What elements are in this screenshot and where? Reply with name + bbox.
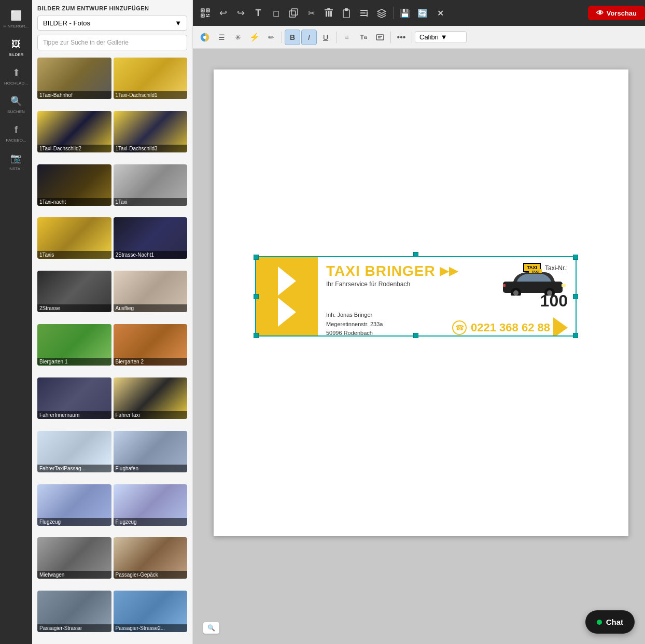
thumb-label: Flugzeug: [114, 518, 188, 526]
effects-button[interactable]: ✳: [230, 30, 246, 45]
font-chevron-icon: ▼: [441, 33, 447, 41]
zoom-control[interactable]: 🔍: [203, 622, 219, 634]
background-icon: ⬜: [9, 8, 23, 23]
toolbar-divider: [393, 7, 394, 19]
category-dropdown[interactable]: BILDER - Fotos ▼: [37, 16, 187, 31]
shapes-button[interactable]: ◻: [268, 5, 284, 21]
thumbnail-taxi-dachschild1[interactable]: 1Taxi-Dachschild1: [114, 58, 188, 99]
italic-button[interactable]: I: [301, 30, 317, 45]
search-icon: 🔍: [9, 94, 23, 108]
pen-button[interactable]: ✏: [263, 30, 279, 45]
thumbnail-taxi-dachschild2[interactable]: 1Taxi-Dachschild2: [37, 111, 111, 152]
svg-rect-21: [360, 15, 367, 16]
qr-button[interactable]: [197, 5, 214, 21]
sidebar-item-label: HOCHLAD...: [4, 81, 28, 86]
lightning-button[interactable]: ⚡: [247, 30, 262, 45]
text-align-button[interactable]: ☰: [214, 30, 229, 45]
layers-button[interactable]: [373, 5, 390, 21]
instagram-icon: 📷: [9, 151, 23, 165]
svg-point-31: [513, 290, 518, 296]
thumbnail-flughafen[interactable]: Flughafen: [114, 431, 188, 472]
svg-rect-35: [503, 284, 506, 287]
banner-title-area: TAXI BRINGER ▶▶ Ihr Fahrservice für Rode…: [326, 263, 458, 288]
banner: TAXI BRINGER ▶▶ Ihr Fahrservice für Rode…: [255, 256, 577, 337]
thumbnail-biergarten2[interactable]: Biergarten 2: [114, 324, 188, 366]
images-icon: 🖼: [9, 37, 23, 51]
thumbnail-taxi-nacht[interactable]: 1Taxi-nacht: [37, 164, 111, 206]
thumbnail-fahrertaxipassag[interactable]: FahrerTaxiPassag...: [37, 431, 111, 472]
align-button[interactable]: [356, 5, 372, 21]
sidebar-item-bilder[interactable]: 🖼 BILDER: [2, 33, 31, 60]
phone-container: ☎ 0221 368 62 88: [452, 317, 568, 337]
thumbnail-flugzeug1[interactable]: Flugzeug: [37, 484, 111, 526]
svg-rect-9: [208, 16, 209, 17]
close-button[interactable]: ✕: [432, 5, 448, 21]
chevron-2: [278, 298, 296, 327]
sidebar-item-instagram[interactable]: 📷 INSTA...: [2, 147, 31, 174]
delete-button[interactable]: [320, 5, 337, 21]
paragraph-align-button[interactable]: ≡: [339, 30, 355, 45]
sidebar-item-hochladen[interactable]: ⬆ HOCHLAD...: [2, 61, 31, 89]
cut-button[interactable]: ✂: [303, 5, 319, 21]
search-placeholder: Tippe zur Suche in der Gallerie: [43, 39, 129, 46]
eye-icon: 👁: [596, 9, 604, 17]
banner-container[interactable]: TAXI BRINGER ▶▶ Ihr Fahrservice für Rode…: [255, 256, 577, 337]
color-button[interactable]: [197, 30, 213, 45]
sidebar-item-suchen[interactable]: 🔍 SUCHEN: [2, 90, 31, 117]
thumb-label: 1Taxi-Bahnhof: [37, 91, 111, 99]
redo-button[interactable]: ↪: [232, 5, 249, 21]
thumbnail-taxi-car[interactable]: 1Taxi: [114, 164, 188, 206]
format-divider2: [336, 32, 336, 43]
search-input[interactable]: Tippe zur Suche in der Gallerie: [37, 35, 187, 50]
sidebar-item-facebook[interactable]: f FACEBO...: [2, 118, 31, 146]
sidebar-item-hintergrund[interactable]: ⬜ HINTERGR...: [2, 4, 31, 32]
text-size-button[interactable]: Ta: [356, 30, 371, 45]
thumbnail-taxis[interactable]: 1Taxis: [37, 217, 111, 259]
canvas-area[interactable]: TAXI BRINGER ▶▶ Ihr Fahrservice für Rode…: [193, 49, 645, 644]
svg-rect-8: [206, 16, 208, 17]
chat-button[interactable]: Chat: [585, 610, 635, 634]
save-button[interactable]: 💾: [397, 5, 413, 21]
banner-title: TAXI BRINGER ▶▶: [326, 263, 458, 279]
svg-rect-3: [207, 10, 209, 11]
chat-label: Chat: [606, 618, 623, 626]
font-selector[interactable]: Calibri ▼: [415, 31, 467, 43]
paste-button[interactable]: [338, 5, 355, 21]
svg-rect-7: [208, 14, 209, 15]
thumbnail-flugzeug2[interactable]: Flugzeug: [114, 484, 188, 526]
sidebar-item-label: FACEBO...: [6, 138, 26, 143]
left-sidebar: ⬜ HINTERGR... 🖼 BILDER ⬆ HOCHLAD... 🔍 SU…: [0, 0, 32, 644]
undo-button[interactable]: ↩: [215, 5, 231, 21]
text-box-button[interactable]: [372, 30, 388, 45]
refresh-button[interactable]: 🔄: [414, 5, 431, 21]
underline-button[interactable]: U: [318, 30, 333, 45]
svg-rect-15: [328, 11, 330, 17]
thumbnail-biergarten1[interactable]: Biergarten 1: [37, 324, 111, 366]
more-button[interactable]: •••: [394, 30, 409, 45]
svg-rect-17: [343, 10, 349, 18]
thumbnail-fahrertaxi[interactable]: FahrerTaxi: [114, 377, 188, 419]
thumbnail-strasse-nacht1[interactable]: 2Strasse-Nacht1: [114, 217, 188, 259]
text-button[interactable]: T: [250, 5, 267, 21]
copy-button[interactable]: [285, 5, 302, 21]
thumbnail-taxi-dachschild3[interactable]: 1Taxi-Dachschild3: [114, 111, 188, 152]
preview-label: Vorschau: [607, 9, 637, 17]
thumbnail-mietwagen[interactable]: Mietwagen: [37, 537, 111, 579]
preview-button[interactable]: 👁 Vorschau: [588, 6, 645, 20]
yellow-right-arrow-icon: [553, 317, 568, 337]
svg-rect-5: [202, 15, 204, 17]
bold-button[interactable]: B: [285, 30, 300, 45]
thumbnail-passagier-strasse[interactable]: Passagier-Strasse: [37, 591, 111, 632]
address-line2: 50996 Rodenbach: [326, 329, 383, 337]
thumbnail-taxi-bahnhof[interactable]: 1Taxi-Bahnhof: [37, 58, 111, 99]
thumbnail-passagier-gepack[interactable]: Passagier-Gepäck: [114, 537, 188, 579]
thumbnail-fahrerinnenraum[interactable]: FahrerInnenraum: [37, 377, 111, 419]
thumbnail-passagier-strasse2[interactable]: Passagier-Strasse2...: [114, 591, 188, 632]
svg-rect-34: [562, 284, 566, 287]
chevron-1: [278, 267, 296, 296]
thumbnail-strasse[interactable]: 2Strasse: [37, 271, 111, 312]
thumb-label: 1Taxi-nacht: [37, 198, 111, 206]
thumbnail-ausflieg[interactable]: Ausflieg: [114, 271, 188, 312]
banner-top-row: TAXI BRINGER ▶▶ Ihr Fahrservice für Rode…: [326, 263, 568, 311]
thumb-label: 1Taxis: [37, 251, 111, 259]
